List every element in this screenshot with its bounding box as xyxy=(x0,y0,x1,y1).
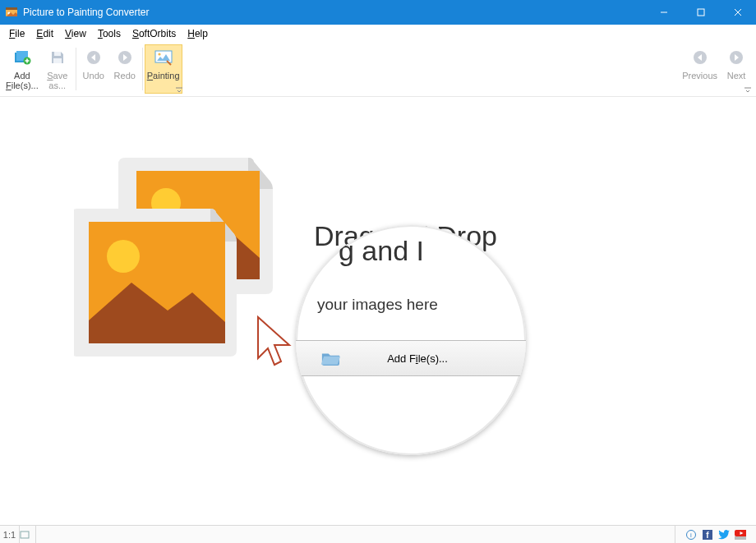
ribbon-undo[interactable]: Undo xyxy=(78,44,109,94)
status-thumb[interactable] xyxy=(20,526,36,544)
ribbon-overflow[interactable] xyxy=(174,85,184,94)
cursor-icon xyxy=(253,314,294,371)
magnifier-text-sub: your images here xyxy=(317,296,438,314)
svg-text:i: i xyxy=(690,531,692,539)
ribbon-save-as[interactable]: Saveas... xyxy=(41,44,74,94)
menu-softorbits[interactable]: SoftOrbits xyxy=(127,26,182,41)
ribbon-overflow[interactable] xyxy=(743,85,753,94)
maximize-button[interactable] xyxy=(682,0,719,25)
minimize-button[interactable] xyxy=(645,0,682,25)
magnifier-add-files-label: Add File(s)... xyxy=(342,352,526,365)
facebook-icon[interactable]: f xyxy=(702,529,713,541)
window-title: Picture to Painting Converter xyxy=(23,7,645,18)
magnifier-overlay: g and I your images here Add File(s)... xyxy=(296,225,526,455)
menubar: File Edit View Tools SoftOrbits Help xyxy=(0,25,756,43)
info-icon[interactable]: i xyxy=(685,529,697,541)
svg-point-15 xyxy=(158,53,160,55)
ribbon-redo[interactable]: Redo xyxy=(109,44,141,94)
ribbon-toolbar: AddFile(s)... Saveas... Undo Redo Painti… xyxy=(0,43,756,97)
ribbon-undo-label: Undo xyxy=(83,71,104,81)
ribbon-next-label: Next xyxy=(727,71,746,81)
add-files-icon xyxy=(12,48,32,67)
menu-file[interactable]: File xyxy=(3,26,30,41)
ribbon-redo-label: Redo xyxy=(114,71,136,81)
menu-view[interactable]: View xyxy=(59,26,92,41)
svg-rect-10 xyxy=(54,52,61,56)
svg-rect-22 xyxy=(21,531,29,538)
svg-rect-1 xyxy=(6,7,17,10)
svg-rect-4 xyxy=(698,9,704,16)
undo-icon xyxy=(84,48,104,67)
svg-point-21 xyxy=(107,240,140,273)
menu-help[interactable]: Help xyxy=(182,26,214,41)
youtube-icon[interactable] xyxy=(735,529,746,541)
arrow-right-icon xyxy=(726,48,746,67)
ribbon-separator xyxy=(76,48,76,90)
ribbon-previous[interactable]: Previous xyxy=(680,44,720,94)
svg-rect-11 xyxy=(53,58,62,63)
svg-rect-28 xyxy=(735,536,746,540)
status-spacer xyxy=(36,526,675,544)
redo-icon xyxy=(115,48,135,67)
ribbon-separator xyxy=(142,48,143,90)
arrow-left-icon xyxy=(690,48,710,67)
app-icon xyxy=(5,6,18,19)
close-button[interactable] xyxy=(719,0,756,25)
magnifier-add-files-button[interactable]: Add File(s)... xyxy=(296,340,526,376)
ribbon-add-files-label1: Add xyxy=(14,71,30,81)
twitter-icon[interactable] xyxy=(718,529,730,541)
ribbon-previous-label: Previous xyxy=(682,71,717,81)
status-zoom[interactable]: 1:1 xyxy=(0,526,20,544)
painting-icon xyxy=(154,48,173,67)
titlebar: Picture to Painting Converter xyxy=(0,0,756,25)
workspace[interactable]: Drag and Drop your images here Add File(… xyxy=(0,97,756,525)
ribbon-saveas-label2: as... xyxy=(48,81,66,90)
folder-open-icon xyxy=(320,350,342,366)
menu-tools[interactable]: Tools xyxy=(92,26,127,41)
statusbar: 1:1 i f xyxy=(0,525,756,543)
menu-edit[interactable]: Edit xyxy=(30,26,59,41)
save-icon xyxy=(48,48,67,67)
ribbon-add-files[interactable]: AddFile(s)... xyxy=(3,44,41,94)
